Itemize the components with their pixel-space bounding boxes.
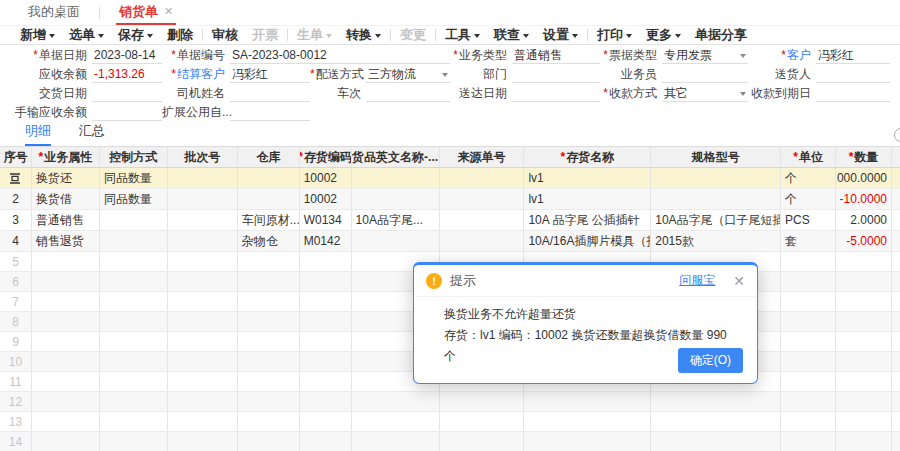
table-empty-row[interactable]: 13 bbox=[0, 412, 900, 432]
bill-type-select[interactable]: 专用发票 bbox=[662, 47, 748, 64]
cell-seq: 14 bbox=[0, 432, 32, 451]
cell-biz[interactable]: 换货借 bbox=[32, 189, 100, 209]
cell-spec[interactable] bbox=[651, 189, 781, 209]
cell-code[interactable]: W0134 bbox=[300, 210, 352, 230]
deliverer-input[interactable] bbox=[816, 66, 890, 83]
table-row-1[interactable]: 换货还 同品数量 10002 lv1 个 1,000.0000 bbox=[0, 168, 900, 189]
cell-qty[interactable]: -5.0000 bbox=[836, 231, 892, 251]
biz-type-input[interactable]: 普通销售 bbox=[512, 47, 600, 64]
customer-input[interactable]: 冯彩红 bbox=[816, 47, 890, 64]
manual-ar-input[interactable] bbox=[92, 104, 162, 121]
cell-batch[interactable] bbox=[168, 189, 238, 209]
ext-input[interactable] bbox=[230, 104, 310, 121]
cell-warehouse[interactable] bbox=[238, 189, 300, 209]
cell-name[interactable]: lv1 bbox=[524, 168, 651, 188]
cell-code[interactable]: M0142 bbox=[300, 231, 352, 251]
col-batch: 批次号 bbox=[168, 147, 238, 167]
delivery-date-input[interactable] bbox=[92, 85, 162, 102]
doc-date-input[interactable]: 2023-08-14 bbox=[92, 47, 162, 64]
cell-biz[interactable]: 普通销售 bbox=[32, 210, 100, 230]
cell-spec[interactable]: 10A品字尾（口子尾短插针） bbox=[651, 210, 781, 230]
cell-biz[interactable]: 销售退货 bbox=[32, 231, 100, 251]
cell-en-name[interactable] bbox=[352, 168, 440, 188]
pay-method-select[interactable]: 其它 bbox=[662, 85, 748, 102]
toolbar-more-button[interactable]: 更多 bbox=[639, 26, 688, 44]
tab-close-icon[interactable]: ✕ bbox=[164, 5, 173, 18]
cell-qty[interactable]: 1,000.0000 bbox=[836, 168, 892, 188]
cell-source[interactable] bbox=[440, 189, 525, 209]
cell-warehouse[interactable] bbox=[238, 168, 300, 188]
toolbar-share-button[interactable]: 单据分享 bbox=[688, 26, 754, 44]
cell-warehouse[interactable]: 车间原材... bbox=[238, 210, 300, 230]
cell-unit[interactable]: 个 bbox=[781, 189, 836, 209]
table-row-2[interactable]: 2 换货借 同品数量 10002 lv1 个 -10.0000 bbox=[0, 189, 900, 210]
help-service-link[interactable]: 问服宝 bbox=[679, 272, 715, 289]
cell-warehouse[interactable]: 杂物仓 bbox=[238, 231, 300, 251]
arrive-date-input[interactable] bbox=[512, 85, 600, 102]
tab-my-desktop[interactable]: 我的桌面 bbox=[25, 0, 83, 25]
toolbar-new-button[interactable]: 新增 bbox=[13, 26, 62, 44]
cell-spec[interactable] bbox=[651, 168, 781, 188]
salesman-input[interactable] bbox=[662, 66, 748, 83]
settle-customer-label[interactable]: 结算客户 bbox=[162, 66, 230, 83]
toolbar-print-button[interactable]: 打印 bbox=[590, 26, 639, 44]
cell-batch[interactable] bbox=[168, 231, 238, 251]
cell-source[interactable] bbox=[440, 210, 525, 230]
toolbar-settings-button[interactable]: 设置 bbox=[536, 26, 585, 44]
cell-qty[interactable]: -10.0000 bbox=[836, 189, 892, 209]
cell-spec[interactable]: 2015款 bbox=[651, 231, 781, 251]
driver-input[interactable] bbox=[230, 85, 310, 102]
cell-name[interactable]: 10A/16A插脚片模具（报废） bbox=[524, 231, 651, 251]
cell-ctrl[interactable]: 同品数量 bbox=[100, 189, 168, 209]
customer-label[interactable]: 客户 bbox=[748, 47, 816, 64]
toolbar-convert-button[interactable]: 转换 bbox=[339, 26, 388, 44]
cell-biz[interactable]: 换货还 bbox=[32, 168, 100, 188]
dept-input[interactable] bbox=[512, 66, 600, 83]
dialog-close-icon[interactable]: ✕ bbox=[733, 273, 745, 289]
cell-empty bbox=[32, 412, 100, 431]
toolbar-tools-button[interactable]: 工具 bbox=[438, 26, 487, 44]
cell-ctrl[interactable]: 同品数量 bbox=[100, 168, 168, 188]
cell-batch[interactable] bbox=[168, 168, 238, 188]
toolbar-linkquery-button[interactable]: 联查 bbox=[487, 26, 536, 44]
toolbar-audit-button[interactable]: 审核 bbox=[205, 26, 245, 44]
cell-ctrl[interactable] bbox=[100, 231, 168, 251]
cell-empty bbox=[168, 392, 238, 411]
settle-customer-input[interactable]: 冯彩红 bbox=[230, 66, 310, 83]
train-no-input[interactable] bbox=[366, 85, 450, 102]
cell-source[interactable] bbox=[440, 231, 525, 251]
doc-no-input[interactable]: SA-2023-08-0012 bbox=[230, 47, 450, 64]
cell-empty bbox=[836, 252, 892, 271]
cell-en-name[interactable] bbox=[352, 231, 440, 251]
cell-code[interactable]: 10002 bbox=[300, 168, 352, 188]
cell-code[interactable]: 10002 bbox=[300, 189, 352, 209]
cell-source[interactable] bbox=[440, 168, 525, 188]
table-row-3[interactable]: 3 普通销售 车间原材... W0134 10A品字尾... 10A 品字尾 公… bbox=[0, 210, 900, 231]
cell-unit[interactable]: PCS bbox=[781, 210, 836, 230]
tab-summary[interactable]: 汇总 bbox=[79, 122, 105, 146]
toolbar-delete-button[interactable]: 删除 bbox=[160, 26, 200, 44]
tab-sales-order[interactable]: 销货单 ✕ bbox=[116, 0, 176, 25]
table-empty-row[interactable]: 14 bbox=[0, 432, 900, 451]
pay-due-input[interactable] bbox=[816, 85, 890, 102]
table-empty-row[interactable]: 12 bbox=[0, 392, 900, 412]
cell-unit[interactable]: 套 bbox=[781, 231, 836, 251]
tab-detail[interactable]: 明细 bbox=[25, 122, 51, 146]
cell-ctrl[interactable] bbox=[100, 210, 168, 230]
field-train-no: 车次 bbox=[310, 84, 450, 103]
cell-name[interactable]: lv1 bbox=[524, 189, 651, 209]
table-row-4[interactable]: 4 销售退货 杂物仓 M0142 10A/16A插脚片模具（报废） 2015款 … bbox=[0, 231, 900, 252]
toolbar-pick-button[interactable]: 选单 bbox=[62, 26, 111, 44]
field-manual-ar: 手输应收余额 bbox=[10, 103, 162, 122]
toolbar-save-button[interactable]: 保存 bbox=[111, 26, 160, 44]
cell-en-name[interactable] bbox=[352, 189, 440, 209]
cell-en-name[interactable]: 10A品字尾... bbox=[352, 210, 440, 230]
cell-unit[interactable]: 个 bbox=[781, 168, 836, 188]
toolbar-divider bbox=[202, 29, 203, 41]
cell-batch[interactable] bbox=[168, 210, 238, 230]
grid-settings-partial-icon[interactable] bbox=[894, 128, 900, 142]
cell-qty[interactable]: 2.0000 bbox=[836, 210, 892, 230]
delivery-mode-select[interactable]: 三方物流 bbox=[366, 66, 450, 83]
ok-button[interactable]: 确定(O) bbox=[678, 348, 743, 373]
cell-name[interactable]: 10A 品字尾 公插插针 bbox=[524, 210, 651, 230]
